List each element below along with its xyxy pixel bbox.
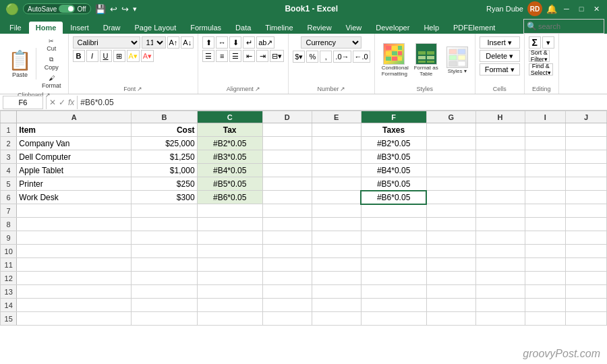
number-format-select[interactable]: Currency bbox=[301, 36, 362, 49]
col-header-j[interactable]: J bbox=[566, 111, 607, 123]
undo-icon[interactable]: ↩ bbox=[110, 4, 117, 14]
cell-i6[interactable] bbox=[525, 191, 566, 204]
cell-c6[interactable]: #B6*0.05 bbox=[197, 191, 262, 204]
decrease-font-btn[interactable]: A↓ bbox=[181, 36, 194, 49]
sum-button[interactable]: Σ bbox=[529, 36, 541, 49]
col-header-c[interactable]: C bbox=[197, 111, 262, 123]
cell-g5[interactable] bbox=[426, 177, 475, 191]
tab-draw[interactable]: Draw bbox=[96, 22, 127, 34]
cell-i4[interactable] bbox=[525, 164, 566, 177]
cell-f2[interactable]: #B2*0.05 bbox=[361, 137, 426, 150]
autosave-badge[interactable]: AutoSave Off bbox=[23, 3, 91, 14]
align-center-btn[interactable]: ≡ bbox=[216, 50, 228, 62]
cell-f1[interactable]: Taxes bbox=[361, 123, 426, 137]
copy-button[interactable]: ⧉ Copy bbox=[39, 55, 64, 72]
tab-pdfelement[interactable]: PDFElement bbox=[446, 22, 502, 34]
cell-d1[interactable] bbox=[262, 123, 312, 137]
cell-j1[interactable] bbox=[566, 123, 607, 137]
number-expand-icon[interactable]: ↗ bbox=[340, 86, 345, 92]
font-size-select[interactable]: 11 bbox=[142, 36, 166, 49]
orientation-btn[interactable]: ab↗ bbox=[256, 36, 274, 49]
cell-g2[interactable] bbox=[426, 137, 475, 150]
col-header-g[interactable]: G bbox=[426, 111, 475, 123]
italic-button[interactable]: I bbox=[86, 50, 98, 62]
cell-i5[interactable] bbox=[525, 177, 566, 191]
cell-d5[interactable] bbox=[262, 177, 312, 191]
cell-e3[interactable] bbox=[312, 150, 361, 164]
cell-j2[interactable] bbox=[566, 137, 607, 150]
col-header-b[interactable]: B bbox=[132, 111, 197, 123]
autosave-toggle[interactable] bbox=[59, 5, 75, 13]
paste-button[interactable]: 📋 Paste bbox=[4, 48, 36, 80]
tab-formulas[interactable]: Formulas bbox=[183, 22, 228, 34]
cell-c5[interactable]: #B5*0.05 bbox=[197, 177, 262, 191]
cell-b4[interactable]: $1,000 bbox=[132, 164, 197, 177]
cell-h2[interactable] bbox=[475, 137, 525, 150]
cell-c4[interactable]: #B4*0.05 bbox=[197, 164, 262, 177]
align-right-btn[interactable]: ☰ bbox=[229, 50, 241, 62]
tab-timeline[interactable]: Timeline bbox=[258, 22, 299, 34]
cell-b3[interactable]: $1,250 bbox=[132, 150, 197, 164]
align-left-btn[interactable]: ☰ bbox=[202, 50, 214, 62]
percent-btn[interactable]: % bbox=[306, 51, 318, 63]
formula-text[interactable]: #B6*0.05 bbox=[80, 98, 604, 107]
font-family-select[interactable]: Calibri bbox=[73, 36, 140, 49]
tab-view[interactable]: View bbox=[339, 22, 369, 34]
underline-button[interactable]: U bbox=[100, 50, 112, 62]
ribbon-toggle-icon[interactable]: 🔔 bbox=[546, 4, 557, 14]
cell-j5[interactable] bbox=[566, 177, 607, 191]
cell-e2[interactable] bbox=[312, 137, 361, 150]
col-header-f[interactable]: F bbox=[361, 111, 426, 123]
cell-a7[interactable] bbox=[17, 204, 132, 218]
tab-page-layout[interactable]: Page Layout bbox=[127, 22, 183, 34]
cell-c2[interactable]: #B2*0.05 bbox=[197, 137, 262, 150]
cell-h6[interactable] bbox=[475, 191, 525, 204]
decrease-indent-btn[interactable]: ⇤ bbox=[243, 50, 255, 62]
format-as-table-button[interactable]: Format as Table bbox=[411, 42, 441, 79]
tab-file[interactable]: File bbox=[3, 22, 28, 34]
cut-button[interactable]: ✂ Cut bbox=[39, 36, 64, 53]
minimize-btn[interactable]: ─ bbox=[561, 3, 572, 14]
align-middle-btn[interactable]: ↔ bbox=[216, 36, 228, 49]
increase-decimal-btn[interactable]: .0→ bbox=[333, 51, 351, 63]
cancel-formula-icon[interactable]: ✕ bbox=[49, 98, 56, 107]
tab-help[interactable]: Help bbox=[417, 22, 446, 34]
border-button[interactable]: ⊞ bbox=[113, 50, 125, 62]
increase-font-btn[interactable]: A↑ bbox=[167, 36, 180, 49]
cell-i3[interactable] bbox=[525, 150, 566, 164]
cell-d3[interactable] bbox=[262, 150, 312, 164]
tab-insert[interactable]: Insert bbox=[63, 22, 96, 34]
cell-c1[interactable]: Tax bbox=[197, 123, 262, 137]
sum-dropdown[interactable]: ▾ bbox=[542, 36, 554, 49]
col-header-e[interactable]: E bbox=[312, 111, 361, 123]
cell-g1[interactable] bbox=[426, 123, 475, 137]
search-input[interactable] bbox=[538, 22, 592, 30]
search-box[interactable]: 🔍 bbox=[523, 19, 604, 34]
cell-h5[interactable] bbox=[475, 177, 525, 191]
cell-e6[interactable] bbox=[312, 191, 361, 204]
cell-b2[interactable]: $25,000 bbox=[132, 137, 197, 150]
decrease-decimal-btn[interactable]: ←.0 bbox=[353, 51, 370, 63]
cell-e4[interactable] bbox=[312, 164, 361, 177]
cell-f6[interactable]: #B6*0.05 bbox=[361, 191, 426, 204]
cell-f4[interactable]: #B4*0.05 bbox=[361, 164, 426, 177]
cell-g6[interactable] bbox=[426, 191, 475, 204]
cell-j6[interactable] bbox=[566, 191, 607, 204]
cell-i2[interactable] bbox=[525, 137, 566, 150]
cell-j3[interactable] bbox=[566, 150, 607, 164]
cell-g3[interactable] bbox=[426, 150, 475, 164]
font-color-button[interactable]: A▾ bbox=[141, 50, 154, 62]
cell-c3[interactable]: #B3*0.05 bbox=[197, 150, 262, 164]
cell-a4[interactable]: Apple Tablet bbox=[17, 164, 132, 177]
conditional-formatting-button[interactable]: Conditional Formatting bbox=[379, 42, 409, 79]
increase-indent-btn[interactable]: ⇥ bbox=[256, 50, 268, 62]
delete-cells-button[interactable]: Delete ▾ bbox=[480, 50, 520, 62]
wrap-text-btn[interactable]: ↵ bbox=[243, 36, 255, 49]
confirm-formula-icon[interactable]: ✓ bbox=[59, 98, 65, 107]
fill-color-button[interactable]: A▾ bbox=[127, 50, 140, 62]
format-cells-button[interactable]: Format ▾ bbox=[480, 63, 520, 75]
align-bottom-btn[interactable]: ⬇ bbox=[229, 36, 241, 49]
cell-d6[interactable] bbox=[262, 191, 312, 204]
col-header-h[interactable]: H bbox=[475, 111, 525, 123]
cell-a3[interactable]: Dell Computer bbox=[17, 150, 132, 164]
